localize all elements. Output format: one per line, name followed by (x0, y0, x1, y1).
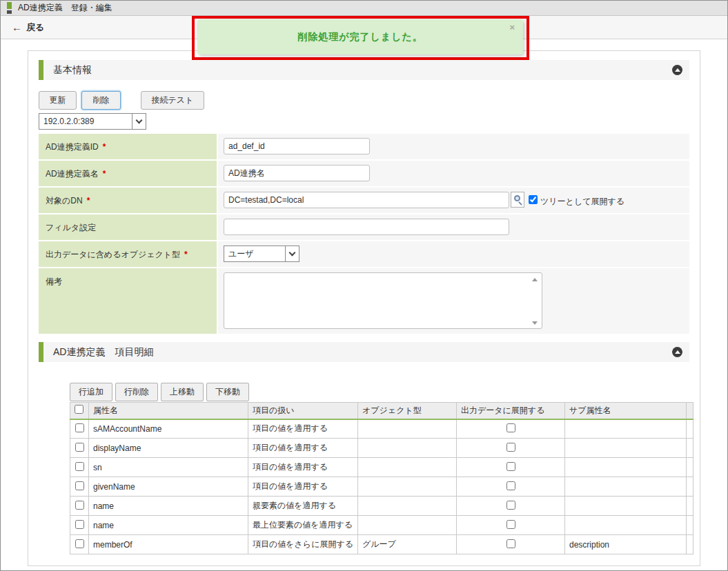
cell-spacer (687, 477, 693, 497)
cell-sub-attribute (565, 497, 687, 516)
tree-expand-label: ツリーとして展開する (540, 196, 624, 208)
expand-checkbox[interactable] (506, 520, 515, 529)
update-button[interactable]: 更新 (39, 91, 77, 110)
close-icon[interactable]: × (509, 23, 515, 32)
cell-object-type: グループ (358, 535, 457, 554)
collapse-up-icon[interactable] (672, 347, 682, 357)
expand-checkbox[interactable] (506, 481, 515, 490)
cell-handling: 項目の値を適用する (248, 458, 358, 477)
cell-spacer (687, 439, 693, 458)
expand-checkbox[interactable] (506, 443, 515, 452)
field-value-area: ユーザ (218, 241, 689, 267)
cell-handling: 最上位要素の値を適用する (248, 516, 358, 535)
field-value-area (218, 134, 689, 159)
select-all-checkbox[interactable] (75, 405, 83, 414)
field-label: 出力データに含めるオブジェクト型* (39, 241, 217, 267)
back-arrow-icon: ← (12, 22, 22, 32)
cell-handling: 項目の値を適用する (248, 439, 358, 458)
required-mark: * (184, 250, 188, 259)
cell-attribute: name (89, 516, 248, 535)
page-title-icon (7, 2, 12, 14)
row-select-checkbox[interactable] (75, 501, 84, 510)
expand-checkbox[interactable] (506, 423, 515, 432)
cell-object-type (358, 497, 457, 516)
row-select-checkbox[interactable] (75, 443, 84, 452)
cell-object-type (358, 419, 457, 439)
cell-attribute: givenName (89, 477, 248, 497)
cell-attribute: displayName (89, 439, 248, 458)
required-mark: * (103, 142, 106, 152)
cell-object-type (358, 477, 457, 497)
form-row-target-dn: 対象のDN* ツリーとして展開する (39, 188, 689, 213)
cell-sub-attribute (565, 516, 687, 535)
cell-sub-attribute: description (565, 535, 687, 554)
collapse-up-icon[interactable] (672, 65, 682, 75)
row-select-checkbox[interactable] (75, 462, 84, 471)
object-type-select-value: ユーザ (224, 248, 285, 260)
move-up-button[interactable]: 上移動 (161, 383, 204, 401)
cell-sub-attribute (565, 458, 687, 477)
object-type-select[interactable]: ユーザ (224, 246, 299, 262)
cell-handling: 親要素の値を適用する (248, 497, 358, 516)
target-dn-input[interactable] (224, 192, 509, 208)
row-select-checkbox[interactable] (75, 539, 84, 548)
cell-attribute: sn (89, 458, 248, 477)
back-button[interactable]: ← 戻る (12, 21, 44, 34)
basic-section-title: 基本情報 (53, 64, 92, 77)
title-bar: AD連携定義 登録・編集 (1, 1, 727, 16)
content-panel: 基本情報 更新 削除 接続テスト 192.0.2.0:389 AD連携定義ID*… (28, 50, 700, 566)
delete-row-button[interactable]: 行削除 (115, 383, 158, 401)
required-mark: * (87, 196, 90, 206)
table-row: displayName 項目の値を適用する (70, 439, 693, 458)
table-row: name 親要素の値を適用する (70, 497, 693, 516)
form-row-filter: フィルタ設定 (39, 214, 689, 240)
form-row-def-id: AD連携定義ID* (39, 134, 689, 159)
cell-spacer (687, 458, 693, 477)
cell-handling: 項目の値をさらに展開する (248, 535, 358, 554)
cell-attribute: sAMAccountName (89, 419, 248, 439)
detail-table-body: sAMAccountName 項目の値を適用する displayName 項目の… (70, 419, 693, 554)
field-label: AD連携定義ID* (39, 134, 217, 159)
detail-section-title: AD連携定義 項目明細 (53, 346, 153, 359)
field-label: AD連携定義名* (39, 161, 217, 186)
scroll-up-icon[interactable] (532, 278, 538, 281)
section-accent-bar (39, 60, 43, 80)
row-select-checkbox[interactable] (75, 481, 84, 490)
server-select[interactable]: 192.0.2.0:389 (39, 113, 146, 130)
def-id-input[interactable] (224, 138, 370, 154)
field-label: 対象のDN* (39, 188, 217, 213)
field-value-area (218, 161, 689, 186)
form-row-def-name: AD連携定義名* (39, 161, 689, 186)
scroll-down-icon[interactable] (532, 321, 538, 325)
form-row-memo: 備考 (39, 268, 689, 334)
filter-input[interactable] (224, 219, 509, 235)
row-operation-buttons: 行追加 行削除 上移動 下移動 (70, 383, 689, 401)
field-value-area (218, 214, 689, 240)
tree-expand-checkbox[interactable] (529, 195, 538, 204)
cell-sub-attribute (565, 439, 687, 458)
field-label: フィルタ設定 (39, 214, 217, 240)
search-icon[interactable] (511, 192, 524, 208)
cell-attribute: memberOf (89, 535, 248, 554)
detail-table: 属性名 項目の扱い オブジェクト型 出力データに展開する サブ属性名 sAMAc… (70, 402, 693, 554)
delete-button[interactable]: 削除 (81, 91, 121, 110)
expand-checkbox[interactable] (506, 539, 515, 548)
expand-checkbox[interactable] (506, 501, 515, 510)
row-select-checkbox[interactable] (75, 423, 84, 432)
action-button-row: 更新 削除 接続テスト (39, 91, 689, 110)
expand-checkbox[interactable] (506, 462, 515, 471)
row-select-checkbox[interactable] (75, 520, 84, 529)
field-label: 備考 (39, 268, 217, 334)
move-down-button[interactable]: 下移動 (206, 383, 249, 401)
column-header-expand: 出力データに展開する (457, 403, 565, 419)
memo-textarea[interactable] (224, 272, 542, 329)
notification-message: 削除処理が完了しました。 (297, 31, 423, 43)
cell-handling: 項目の値を適用する (248, 477, 358, 497)
form-row-object-type: 出力データに含めるオブジェクト型* ユーザ (39, 241, 689, 267)
add-row-button[interactable]: 行追加 (70, 383, 112, 401)
connection-test-button[interactable]: 接続テスト (141, 91, 204, 110)
def-name-input[interactable] (224, 165, 370, 181)
field-value-area (218, 268, 689, 334)
table-row: givenName 項目の値を適用する (70, 477, 693, 497)
table-row: name 最上位要素の値を適用する (70, 516, 693, 535)
